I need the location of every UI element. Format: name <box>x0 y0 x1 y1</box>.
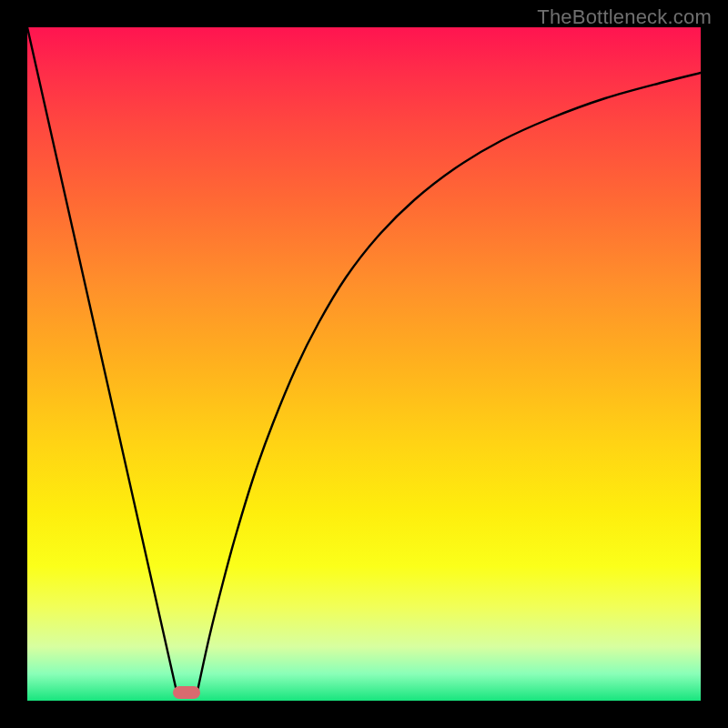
curve-svg <box>27 27 701 701</box>
left-branch-line <box>27 27 177 695</box>
minimum-marker <box>173 686 200 699</box>
plot-area <box>27 27 701 701</box>
right-branch-line <box>197 73 701 695</box>
watermark-text: TheBottleneck.com <box>537 5 712 29</box>
chart-frame: TheBottleneck.com <box>0 0 728 728</box>
